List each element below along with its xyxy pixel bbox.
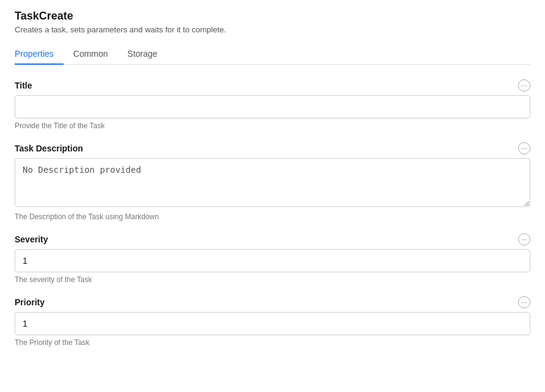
severity-input[interactable]	[15, 249, 530, 272]
task-description-label-row: Task Description ···	[15, 142, 530, 154]
severity-label: Severity	[15, 234, 48, 244]
page-title: TaskCreate	[15, 10, 530, 23]
title-hint: Provide the Title of the Task	[15, 122, 530, 130]
priority-ellipsis-icon[interactable]: ···	[518, 296, 530, 308]
severity-hint: The severity of the Task	[15, 275, 530, 284]
priority-label-row: Priority ···	[15, 296, 530, 308]
tab-common[interactable]: Common	[64, 44, 118, 65]
severity-field-group: Severity ··· The severity of the Task	[15, 233, 530, 284]
severity-ellipsis-icon[interactable]: ···	[518, 233, 530, 245]
task-description-field-group: Task Description ··· No Description prov…	[15, 142, 530, 221]
priority-hint: The Priority of the Task	[15, 338, 530, 347]
page-container: TaskCreate Creates a task, sets paramete…	[0, 0, 545, 374]
title-ellipsis-icon[interactable]: ···	[518, 79, 530, 92]
task-description-label: Task Description	[15, 143, 83, 153]
task-description-textarea[interactable]: No Description provided	[15, 158, 530, 207]
tab-storage[interactable]: Storage	[118, 44, 167, 65]
priority-label: Priority	[15, 297, 45, 307]
priority-input[interactable]	[15, 312, 530, 335]
tab-properties[interactable]: Properties	[15, 44, 64, 65]
severity-label-row: Severity ···	[15, 233, 530, 245]
task-description-ellipsis-icon[interactable]: ···	[518, 142, 530, 154]
page-subtitle: Creates a task, sets parameters and wait…	[15, 25, 530, 34]
title-field-group: Title ··· Provide the Title of the Task	[15, 79, 530, 130]
title-input[interactable]	[15, 95, 530, 118]
title-label-row: Title ···	[15, 79, 530, 92]
task-description-hint: The Description of the Task using Markdo…	[15, 212, 530, 221]
priority-field-group: Priority ··· The Priority of the Task	[15, 296, 530, 347]
tabs-container: Properties Common Storage	[15, 44, 530, 65]
title-label: Title	[15, 81, 32, 90]
